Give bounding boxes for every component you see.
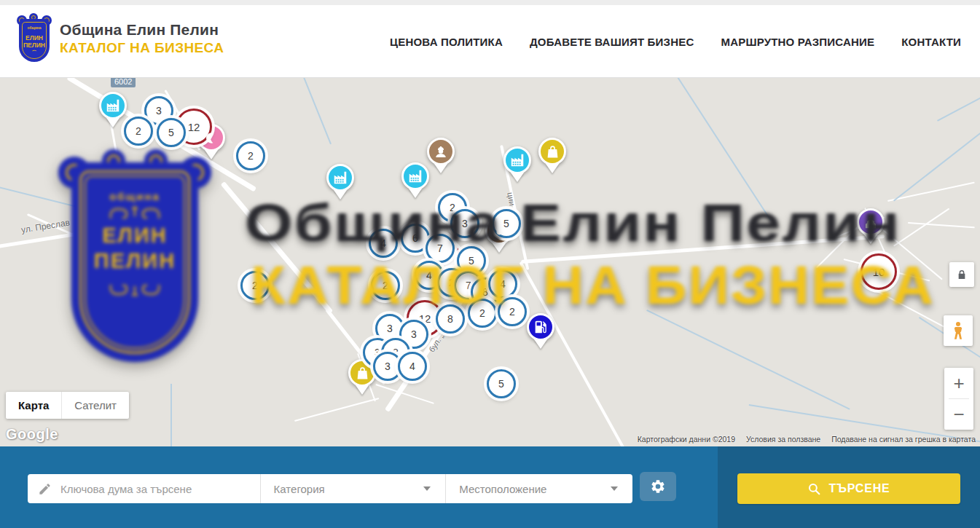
cluster-count: 12 [188, 121, 200, 133]
map-type-map-button[interactable]: Карта [6, 392, 61, 419]
pencil-icon [38, 482, 52, 496]
map-cluster[interactable]: 4 [488, 269, 517, 299]
chevron-down-icon [423, 486, 431, 491]
cluster-count: 10 [873, 266, 885, 278]
map-cluster[interactable]: 5 [157, 118, 186, 147]
logo-name-line1: ЕЛИН [16, 34, 52, 42]
pegman-button[interactable] [944, 315, 973, 346]
category-dropdown[interactable]: Категория [261, 483, 446, 495]
map-cluster[interactable]: 7 [426, 234, 455, 263]
cluster-count: 6 [412, 232, 418, 244]
keyword-search-input[interactable] [60, 483, 235, 495]
chevron-down-icon [611, 486, 618, 491]
logo-name-line2: ПЕЛИН [16, 42, 52, 49]
fuel-pin[interactable] [527, 313, 554, 341]
cluster-count: 2 [479, 307, 485, 319]
church-pin[interactable] [857, 208, 885, 236]
factory-pin[interactable] [401, 162, 429, 190]
map-cluster[interactable]: 4 [369, 229, 398, 258]
zoom-in-button[interactable]: + [944, 368, 973, 398]
map-cluster[interactable]: 2 [236, 141, 265, 170]
worker-icon [433, 143, 449, 159]
top-strip [0, 0, 980, 5]
map-attribution: Картографски данни ©2019 Условия за полз… [638, 435, 976, 444]
zoom-out-button[interactable]: − [944, 399, 973, 430]
search-bar: Категория Местоположение ТЪРСЕНЕ [0, 446, 980, 528]
flame-icon [493, 224, 506, 238]
cluster-count: 4 [380, 237, 386, 249]
cluster-count: 2 [136, 125, 141, 137]
cluster-count: 3 [411, 328, 417, 340]
fuel-icon [533, 319, 549, 335]
map-cluster[interactable]: 2 [371, 271, 400, 300]
nav-add-business[interactable]: ДОБАВЕТЕ ВАШИЯТ БИЗНЕС [530, 36, 694, 48]
cluster-count: 3 [385, 360, 391, 372]
lock-button[interactable] [949, 262, 974, 287]
search-icon [807, 482, 821, 496]
cluster-count: 2 [509, 306, 515, 318]
map-cluster[interactable]: 2 [124, 117, 153, 146]
markers-layer: 123252213356475242784222128333834510 [0, 78, 980, 446]
bag-icon [355, 366, 370, 381]
brand-subtitle: КАТАЛОГ НА БИЗНЕСА [60, 40, 224, 56]
map-cluster[interactable]: 10 [861, 253, 897, 290]
terms-of-use-link[interactable]: Условия за ползване [746, 435, 820, 444]
municipality-logo: община ЕЛИН ПЕЛИН ⌒ [16, 15, 52, 62]
cluster-count: 3 [387, 323, 393, 334]
cluster-count: 4 [409, 360, 415, 372]
map-cluster[interactable]: 2 [498, 297, 527, 326]
map-type-control: Карта Сателит [6, 392, 129, 419]
category-dropdown-label: Категория [274, 483, 325, 495]
map-cluster[interactable]: 2 [240, 271, 270, 300]
bag-icon [545, 144, 560, 159]
cluster-count: 2 [383, 280, 388, 291]
nav-route-schedule[interactable]: МАРШРУТНО РАЗПИСАНИЕ [721, 36, 874, 48]
cluster-count: 8 [482, 286, 488, 298]
location-dropdown-label: Местоположение [459, 483, 546, 495]
keyword-zone [28, 482, 260, 496]
cluster-count: 2 [252, 280, 258, 291]
factory-icon [105, 98, 121, 114]
factory-pin[interactable] [99, 92, 127, 119]
map-cluster[interactable]: 3 [450, 209, 479, 238]
map-cluster[interactable]: 5 [487, 369, 516, 398]
cluster-count: 4 [426, 269, 432, 281]
nav-pricing[interactable]: ЦЕНОВА ПОЛИТИКА [390, 36, 503, 48]
page: община ЕЛИН ПЕЛИН ⌒ Община Елин Пелин КА… [0, 0, 980, 528]
brand[interactable]: община ЕЛИН ПЕЛИН ⌒ Община Елин Пелин КА… [16, 15, 224, 62]
search-submit-button[interactable]: ТЪРСЕНЕ [737, 473, 960, 504]
factory-pin[interactable] [326, 164, 354, 192]
cluster-count: 7 [437, 243, 443, 254]
pegman-icon [949, 320, 968, 341]
report-map-error-link[interactable]: Подаване на сигнал за грешка в картата [831, 435, 976, 444]
bag-pin[interactable] [538, 138, 566, 165]
factory-icon [407, 168, 423, 184]
map-cluster[interactable]: 4 [398, 352, 427, 381]
location-dropdown[interactable]: Местоположение [446, 483, 632, 495]
main-nav: ЦЕНОВА ПОЛИТИКА ДОБАВЕТЕ ВАШИЯТ БИЗНЕС М… [390, 5, 961, 78]
lock-icon [956, 269, 968, 280]
brand-title: Община Елин Пелин [60, 21, 224, 39]
cluster-count: 5 [498, 378, 504, 390]
nav-contacts[interactable]: КОНТАКТИ [901, 36, 961, 48]
logo-top-word: община [16, 25, 52, 30]
map-type-satellite-button[interactable]: Сателит [61, 392, 129, 419]
search-button-label: ТЪРСЕНЕ [828, 482, 890, 495]
map-cluster[interactable]: 2 [468, 299, 497, 328]
cluster-count: 8 [447, 313, 453, 325]
cluster-count: 2 [450, 202, 455, 213]
worker-pin[interactable] [427, 138, 455, 165]
church-icon [863, 214, 879, 230]
factory-pin[interactable] [503, 146, 531, 174]
cluster-count: 3 [462, 218, 468, 229]
cluster-count: 3 [156, 105, 162, 117]
search-pill: Категория Местоположение [28, 474, 632, 503]
cluster-count: 4 [500, 278, 506, 290]
advanced-settings-button[interactable] [640, 472, 676, 501]
google-logo[interactable]: Google [6, 426, 58, 443]
cluster-count: 5 [469, 255, 474, 267]
header: община ЕЛИН ПЕЛИН ⌒ Община Елин Пелин КА… [0, 5, 980, 78]
map-cluster[interactable]: 8 [436, 304, 465, 334]
cluster-count: 2 [248, 150, 254, 162]
google-map[interactable]: 6002 ул. Преслав бул. „Новосел ции 12325… [0, 78, 980, 446]
